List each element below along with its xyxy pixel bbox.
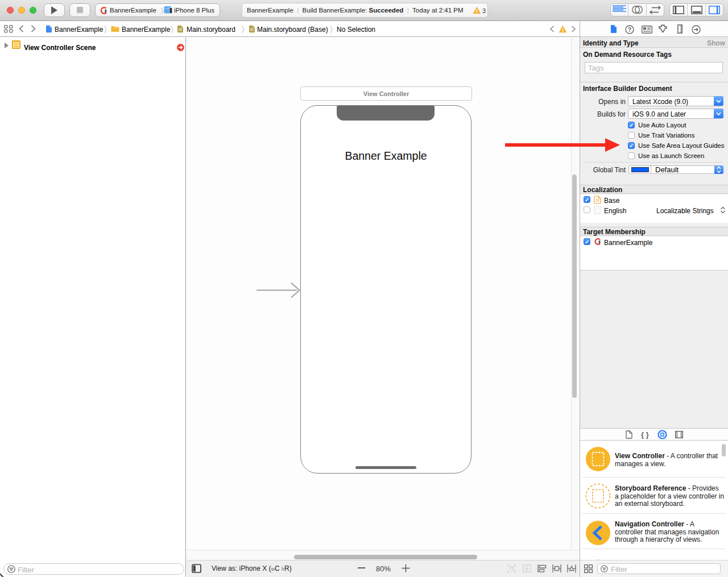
svg-text:!: ! [562,27,564,33]
svg-text:!: ! [476,9,478,14]
svg-text:?: ? [628,27,631,33]
